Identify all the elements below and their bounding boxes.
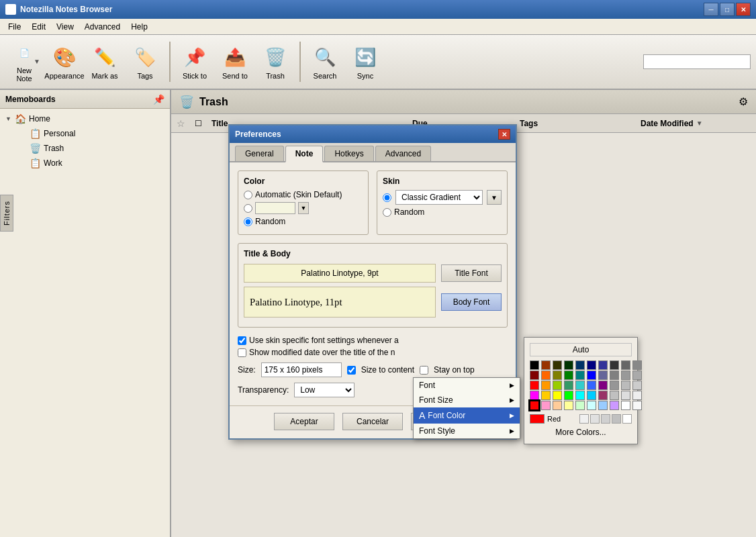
swatch-lime[interactable] bbox=[564, 391, 573, 400]
dialog-close-button[interactable]: ✕ bbox=[498, 129, 510, 140]
transparency-select[interactable]: Low Medium High None bbox=[294, 383, 355, 397]
swatch-peach[interactable] bbox=[553, 401, 562, 410]
swatch-plum[interactable] bbox=[598, 391, 608, 400]
title-font-button[interactable]: Title Font bbox=[441, 264, 502, 282]
swatch-pale-yellow[interactable] bbox=[564, 401, 573, 410]
color-random-radio[interactable] bbox=[244, 217, 252, 226]
swatch-medium-gray[interactable] bbox=[621, 360, 630, 370]
font-style-submenu-arrow: ▶ bbox=[510, 428, 514, 434]
menu-font[interactable]: Font ▶ bbox=[414, 378, 520, 393]
swatch-gray[interactable] bbox=[632, 360, 642, 370]
swatch-very-light-gray[interactable] bbox=[621, 381, 630, 390]
color-picker-popup: Auto bbox=[524, 337, 638, 444]
swatch-pale-gray[interactable] bbox=[632, 381, 642, 390]
swatch-near-white[interactable] bbox=[632, 391, 642, 400]
skin-select[interactable]: Classic Gradient Modern Dark bbox=[395, 190, 483, 205]
menu-font-label: Font bbox=[419, 381, 435, 390]
color-box[interactable] bbox=[255, 202, 295, 214]
menu-font-size[interactable]: Font Size ▶ bbox=[414, 393, 520, 407]
swatch-lavender[interactable] bbox=[610, 401, 619, 410]
swatch-pale-cyan[interactable] bbox=[587, 401, 596, 410]
body-font-preview: Palatino Linotype, 11pt bbox=[244, 287, 436, 318]
size-row: Size: Size to content Stay on top bbox=[238, 362, 508, 377]
extra-swatches bbox=[563, 414, 632, 424]
show-modified-checkbox[interactable] bbox=[238, 348, 246, 357]
tab-hotkeys[interactable]: Hotkeys bbox=[324, 146, 373, 161]
swatch-black[interactable] bbox=[530, 360, 539, 370]
tab-general[interactable]: General bbox=[235, 146, 284, 161]
swatch-pale-silver[interactable] bbox=[610, 391, 619, 400]
swatch-orange[interactable] bbox=[541, 371, 551, 380]
swatch-off-white[interactable] bbox=[632, 401, 642, 410]
swatch-amber[interactable] bbox=[541, 381, 551, 390]
accept-button[interactable]: Aceptar bbox=[274, 413, 334, 430]
swatch-selected-red[interactable] bbox=[530, 401, 539, 410]
skin-dropdown-btn[interactable]: ▼ bbox=[487, 190, 502, 205]
swatch-yellow-green[interactable] bbox=[553, 381, 562, 390]
swatch-yellow[interactable] bbox=[553, 391, 562, 400]
body-font-row: Palatino Linotype, 11pt Body Font bbox=[244, 287, 502, 318]
tab-advanced[interactable]: Advanced bbox=[375, 146, 431, 161]
tab-note[interactable]: Note bbox=[285, 146, 324, 162]
swatch-maroon[interactable] bbox=[530, 371, 539, 380]
swatch-dark-green[interactable] bbox=[564, 360, 573, 370]
extra-swatch-4[interactable] bbox=[612, 414, 621, 424]
size-to-content-checkbox[interactable] bbox=[347, 366, 356, 375]
swatch-sea-green[interactable] bbox=[564, 381, 573, 390]
extra-swatch-5[interactable] bbox=[622, 414, 632, 424]
extra-swatch-3[interactable] bbox=[601, 414, 610, 424]
color-auto-radio[interactable] bbox=[244, 191, 252, 199]
swatch-dark-olive[interactable] bbox=[553, 360, 562, 370]
stay-on-top-label: Stay on top bbox=[434, 365, 475, 375]
more-colors-button[interactable]: More Colors... bbox=[530, 426, 632, 438]
swatch-dark-brown[interactable] bbox=[541, 360, 551, 370]
color-custom-radio[interactable] bbox=[244, 204, 252, 213]
swatch-silver[interactable] bbox=[610, 381, 619, 390]
use-skin-label: Use skin specific font settings whenever… bbox=[249, 336, 399, 345]
swatch-teal[interactable] bbox=[575, 371, 585, 380]
swatch-pale-green[interactable] bbox=[575, 401, 585, 410]
color-picker-auto[interactable]: Auto bbox=[530, 343, 632, 356]
dialog-title-bar: Preferences ✕ bbox=[230, 126, 516, 143]
cancel-button[interactable]: Cancelar bbox=[342, 413, 403, 430]
body-font-button[interactable]: Body Font bbox=[441, 293, 502, 311]
title-body-label: Title & Body bbox=[244, 249, 502, 258]
swatch-lighter-gray[interactable] bbox=[632, 371, 642, 380]
swatch-light-gray[interactable] bbox=[621, 371, 630, 380]
swatch-red[interactable] bbox=[530, 381, 539, 390]
menu-font-size-label: Font Size bbox=[419, 395, 453, 405]
color-dropdown-btn[interactable]: ▼ bbox=[298, 202, 309, 214]
swatch-cornflower[interactable] bbox=[587, 381, 596, 390]
swatch-pink[interactable] bbox=[541, 401, 551, 410]
swatch-purple[interactable] bbox=[598, 381, 608, 390]
skin-random-radio[interactable] bbox=[383, 208, 391, 217]
swatch-navy[interactable] bbox=[587, 360, 596, 370]
extra-swatch-2[interactable] bbox=[590, 414, 600, 424]
swatch-gold[interactable] bbox=[541, 391, 551, 400]
swatch-aqua[interactable] bbox=[575, 391, 585, 400]
font-color-submenu-arrow: ▶ bbox=[510, 412, 514, 419]
context-menu: Font ▶ Font Size ▶ A Font Color ▶ Font S… bbox=[413, 377, 520, 439]
size-input[interactable] bbox=[261, 362, 342, 377]
swatch-sky-blue[interactable] bbox=[587, 391, 596, 400]
skin-radio[interactable] bbox=[383, 193, 391, 202]
size-label: Size: bbox=[238, 365, 256, 375]
stay-on-top-checkbox[interactable] bbox=[420, 366, 428, 375]
swatch-gray2[interactable] bbox=[610, 371, 619, 380]
swatch-dark-gray[interactable] bbox=[610, 360, 619, 370]
menu-font-style[interactable]: Font Style ▶ bbox=[414, 424, 520, 438]
swatch-dark-teal[interactable] bbox=[575, 360, 585, 370]
swatch-green[interactable] bbox=[564, 371, 573, 380]
swatch-magenta[interactable] bbox=[530, 391, 539, 400]
swatch-cyan[interactable] bbox=[575, 381, 585, 390]
swatch-very-pale[interactable] bbox=[621, 391, 630, 400]
swatch-indigo[interactable] bbox=[598, 371, 608, 380]
swatch-white[interactable] bbox=[621, 401, 630, 410]
swatch-blue[interactable] bbox=[587, 371, 596, 380]
extra-swatch-1[interactable] bbox=[579, 414, 589, 424]
swatch-pale-blue[interactable] bbox=[598, 401, 608, 410]
swatch-olive[interactable] bbox=[553, 371, 562, 380]
menu-font-color[interactable]: A Font Color ▶ bbox=[414, 407, 520, 424]
use-skin-checkbox[interactable] bbox=[238, 336, 246, 345]
swatch-dark-indigo[interactable] bbox=[598, 360, 608, 370]
